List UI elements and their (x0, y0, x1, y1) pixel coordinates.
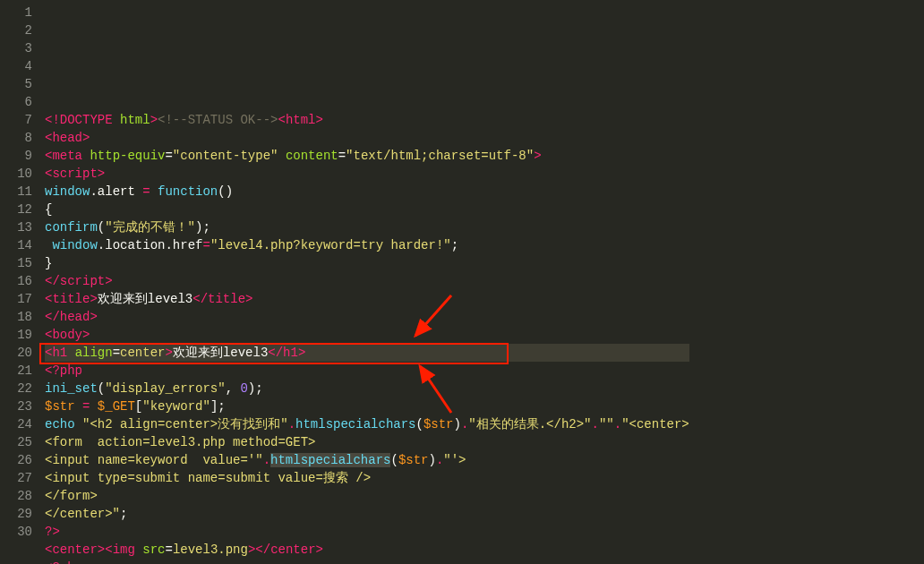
code-line[interactable]: <?php (45, 362, 689, 380)
token: echo (45, 417, 75, 432)
code-line[interactable]: <input type=submit name=submit value=搜索 … (45, 469, 689, 487)
token: > (298, 346, 305, 360)
line-number: 5 (4, 75, 32, 93)
code-line[interactable]: <form action=level3.php method=GET> (45, 433, 689, 451)
code-line[interactable]: ?> (45, 523, 689, 541)
token: "" (599, 417, 614, 432)
line-number: 17 (4, 290, 32, 308)
code-line[interactable]: <meta http-equiv="content-type" content=… (45, 147, 689, 165)
token: </ (45, 274, 60, 288)
token: "'> (443, 453, 466, 467)
token: . (98, 238, 105, 252)
token: http-equiv (90, 149, 165, 163)
token: ( (98, 220, 105, 235)
line-number: 12 (4, 201, 32, 218)
token (278, 149, 285, 163)
code-line[interactable]: <center><img src=level3.png></center> (45, 541, 689, 559)
token: > (98, 543, 105, 557)
token: > (316, 543, 323, 557)
code-area[interactable]: <!DOCTYPE html><!--STATUS OK--><html><he… (39, 0, 689, 564)
token: title (208, 292, 245, 306)
token: ) (428, 453, 435, 467)
line-number: 9 (4, 147, 32, 165)
token: script (52, 167, 97, 181)
token: . (614, 417, 621, 432)
token: ( (390, 453, 398, 467)
line-number: 25 (4, 433, 32, 451)
token: h1 (52, 346, 67, 360)
code-line[interactable]: $str = $_GET["keyword"]; (45, 397, 689, 415)
token: > (82, 328, 90, 342)
token: htmlspecialchars (270, 453, 390, 467)
token (113, 113, 120, 127)
token: { (45, 202, 52, 217)
token: ) (248, 381, 255, 396)
token: body (52, 328, 82, 342)
code-line[interactable]: </form> (45, 487, 689, 505)
code-editor[interactable]: 1234567891011121314151617181920212223242… (0, 0, 924, 564)
token: = (113, 346, 120, 360)
token (67, 346, 74, 360)
code-line[interactable]: { (45, 201, 689, 218)
code-line[interactable]: } (45, 254, 689, 272)
line-number: 16 (4, 272, 32, 290)
code-line[interactable]: </script> (45, 272, 689, 290)
token: window (45, 184, 90, 199)
token: meta (52, 149, 82, 163)
token: ; (120, 507, 127, 521)
token: < (105, 543, 112, 557)
line-number: 22 (4, 380, 32, 397)
code-line[interactable]: <script> (45, 165, 689, 183)
token: location (105, 238, 165, 252)
line-number: 19 (4, 326, 32, 344)
line-number: 2 (4, 21, 32, 39)
token: </center>" (45, 507, 120, 521)
token: ( (98, 381, 105, 396)
token: < (278, 113, 285, 127)
token (75, 417, 82, 432)
code-line[interactable]: <body> (45, 326, 689, 344)
token: script (60, 274, 105, 288)
token: function (158, 184, 218, 199)
code-line[interactable]: </head> (45, 308, 689, 326)
token: "content-type" (173, 149, 278, 163)
token: src (142, 543, 165, 557)
line-number-gutter: 1234567891011121314151617181920212223242… (0, 0, 39, 564)
token: . (90, 184, 97, 199)
code-line[interactable]: </center>"; (45, 505, 689, 523)
token: > (82, 131, 90, 145)
code-line[interactable]: window.alert = function() (45, 183, 689, 201)
code-line[interactable]: <input name=keyword value='".htmlspecial… (45, 451, 689, 469)
token: "level4.php?keyword=try harder!" (210, 238, 451, 252)
line-number: 28 (4, 487, 32, 505)
token: <? (45, 560, 60, 564)
token: = (165, 149, 172, 163)
code-line[interactable]: <h1 align=center>欢迎来到level3</h1> (45, 344, 689, 362)
code-line[interactable]: <head> (45, 129, 689, 147)
line-number: 1 (4, 4, 32, 21)
token: . (288, 417, 295, 432)
token: DOCTYPE (60, 113, 113, 127)
token: > (534, 149, 541, 163)
token: . (165, 238, 172, 252)
token: php (60, 560, 82, 564)
token: confirm (45, 220, 98, 235)
code-line[interactable]: echo "<h2 align=center>没有找到和".htmlspecia… (45, 415, 689, 433)
code-line[interactable]: confirm("完成的不错！"); (45, 218, 689, 236)
token: <input name=keyword value='" (45, 453, 263, 467)
line-number: 21 (4, 362, 32, 380)
token: title (52, 292, 90, 306)
token: href (173, 238, 203, 252)
token: 欢迎来到level3 (173, 346, 268, 360)
code-line[interactable]: window.location.href="level4.php?keyword… (45, 236, 689, 254)
token: head (60, 310, 90, 324)
code-line[interactable]: ini_set("display_errors", 0); (45, 380, 689, 397)
token: </ (45, 310, 60, 324)
code-line[interactable]: <?php (45, 559, 689, 564)
code-line[interactable]: <!DOCTYPE html><!--STATUS OK--><html> (45, 111, 689, 129)
line-number: 10 (4, 165, 32, 183)
line-number: 7 (4, 111, 32, 129)
code-line[interactable]: <title>欢迎来到level3</title> (45, 290, 689, 308)
token: "<h2 align=center>没有找到和" (82, 417, 288, 432)
token: center (52, 543, 97, 557)
